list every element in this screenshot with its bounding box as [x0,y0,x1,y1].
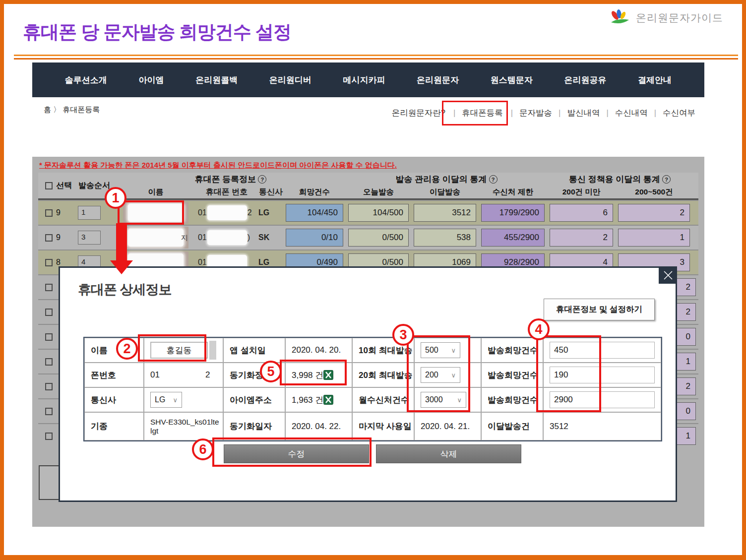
annotation-arrow [116,223,127,261]
annotation-circle-6: 6 [192,438,214,460]
field-label-month-sent: 이달발송건 [481,412,543,440]
nav-item-payment[interactable]: 결제안내 [638,74,672,86]
header-reg-group: 휴대폰 등록정보 [195,174,256,185]
help-icon[interactable]: ? [489,175,497,184]
row-checkbox[interactable] [45,358,53,366]
max10-select[interactable]: 500∨ [421,342,460,358]
send-order-input[interactable]: 3 [78,231,101,245]
field-label-monthly-receivers: 월수신처건수 [352,387,414,412]
row-checkbox[interactable] [45,309,53,316]
nav-item-callback[interactable]: 온리원콜백 [195,74,238,86]
header-hope: 희망건수 [283,186,346,198]
nav-item-diver[interactable]: 온리원디버 [269,74,311,86]
sync-date-value: 2020. 04. 22. [285,412,352,440]
edit-button[interactable]: 수정 [224,444,369,463]
header-select: 선택 [56,181,72,191]
header-receiver-limit: 수신처 제한 [479,186,547,198]
slide-bottom-bar [0,555,746,560]
blurred-name [128,204,184,222]
chevron-down-icon: ∨ [451,347,456,354]
r200-500-cell: 2 [618,204,690,222]
subnav-item-about[interactable]: 온리원문자란? [392,108,445,119]
sync-info-value: 3,998 건 [285,363,352,387]
header-carrier: 통신사 [255,186,283,198]
row-checkbox[interactable] [45,259,53,266]
nav-item-solution[interactable]: 솔루션소개 [65,74,107,86]
field-label-app-install-date: 앱 설치일 [223,338,285,363]
subnav-item-sent-history[interactable]: 발신내역 [552,108,600,119]
nav-item-onlyonesms[interactable]: 온리원문자 [417,74,459,86]
row-checkbox[interactable] [45,333,53,341]
row-checkbox[interactable] [45,234,53,242]
select-all-checkbox[interactable] [45,182,53,189]
annotation-circle-5: 5 [260,361,282,382]
excel-icon[interactable] [323,370,333,380]
subnav-item-send-sms[interactable]: 문자발송 [504,108,552,119]
delete-button[interactable]: 삭제 [376,444,521,463]
hope-count-input[interactable] [550,342,655,359]
blurred-remnant [209,341,216,360]
monthly-receivers-select[interactable]: 3000∨ [421,392,466,408]
row-checkbox[interactable] [45,408,53,415]
breadcrumb[interactable]: 홈 〉 휴대폰등록 [44,105,100,115]
receiver-limit-cell: 455/2900 [481,229,545,247]
nav-item-messagecopy[interactable]: 메시지카피 [343,74,385,86]
help-icon[interactable]: ? [258,175,266,184]
annotation-circle-4: 4 [528,318,550,340]
subnav-item-phone-register[interactable]: 휴대폰등록 [442,101,508,125]
row-checkbox[interactable] [45,209,53,217]
field-label-model: 기종 [84,412,144,440]
header-name: 이름 [116,186,196,198]
header-month: 이달발송 [411,186,479,198]
phone-cell: 01) [196,226,255,249]
hope-count-cell: 0/10 [286,229,343,247]
close-icon[interactable] [659,266,677,284]
phone-info-settings-button[interactable]: 휴대폰정보 및 설정하기 [544,299,655,320]
last-used-value: 2020. 04. 21. [414,412,481,440]
brand-logo-icon [609,9,631,27]
under200-cell: 6 [550,204,613,222]
im-address-value: 1,963 건 [285,387,352,412]
excel-icon[interactable] [323,395,333,405]
subnav-item-receive-status[interactable]: 수신여부 [648,108,695,119]
annotation-circle-3: 3 [392,324,414,346]
subnav-item-received-history[interactable]: 수신내역 [600,108,647,119]
app-install-date-value: 2020. 04. 20. [285,338,352,363]
header-today: 오늘발송 [346,186,411,198]
max20-select[interactable]: 200∨ [421,367,460,383]
table-header: 선택 발송순서 휴대폰 등록정보 ? 이름 휴대폰 번호 통신사 희망건수 발송… [38,173,698,200]
row-checkbox[interactable] [45,433,53,440]
row-checkbox[interactable] [45,383,53,390]
blurred-phone [207,205,247,220]
row-checkbox[interactable] [45,284,53,291]
header-send-stats-group: 발송 관리용 이달의 통계 [395,174,487,185]
today-sent-cell: 0/500 [348,229,409,247]
nav-item-onestepsms[interactable]: 원스템문자 [491,74,533,86]
hope-count-cell: 104/450 [286,204,343,222]
blurred-name [128,229,184,247]
subnav: 온리원문자란? 휴대폰등록 문자발송 발신내역 수신내역 수신여부 [392,106,695,120]
help-icon[interactable]: ? [662,175,671,184]
model-value: SHV-E330L_ks01ltelgt [150,418,220,436]
carrier-select[interactable]: LG∨ [150,392,182,408]
phone-cell: 012 [196,201,255,225]
field-label-carrier: 통신사 [84,387,144,412]
name-input[interactable] [150,342,208,359]
name-cell[interactable] [123,202,188,224]
field-label-max20: 20회 최대발송 [352,363,414,387]
nav-item-im[interactable]: 아이엠 [138,74,164,86]
name-cell[interactable]: 지 [123,227,188,249]
chevron-down-icon: ∨ [451,372,456,379]
field-label-hope-count: 발송희망건수 [481,387,543,412]
carrier-cell: LG [255,201,283,225]
hope-count-input[interactable] [550,367,655,383]
blurred-phone [207,230,247,245]
header-200-500: 200~500건 [616,186,692,198]
send-order-input[interactable]: 1 [78,206,101,220]
chevron-down-icon: ∨ [173,396,178,404]
annotation-circle-2: 2 [116,338,138,360]
hope-count-input[interactable] [550,391,655,408]
today-sent-cell: 104/500 [348,204,409,222]
annotation-arrow-head [110,260,133,274]
nav-item-share[interactable]: 온리원공유 [564,74,606,86]
